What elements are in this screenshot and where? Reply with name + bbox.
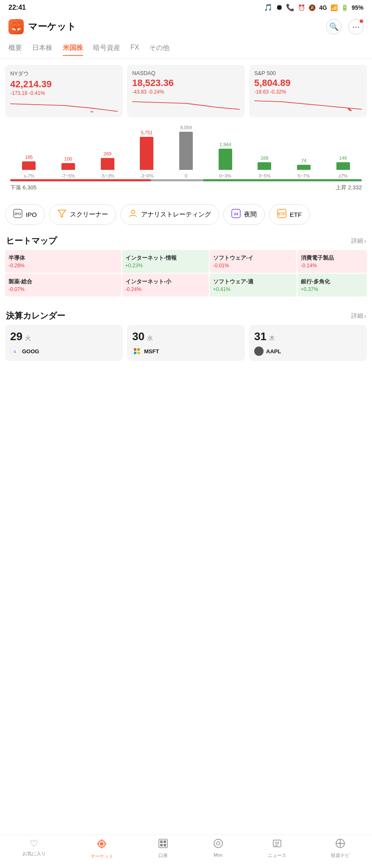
dist-bar-1 xyxy=(61,163,75,170)
cal-card-29[interactable]: 29 火 G GOOG xyxy=(5,325,123,361)
nav-invest-navi[interactable]: 投資ナビ xyxy=(331,838,350,860)
heatmap-detail-label: 詳細 xyxy=(351,237,363,245)
nav-favorites[interactable]: ♡ お気に入り xyxy=(22,838,46,860)
index-card-nasdaq[interactable]: NASDAQ 18,523.36 -43.83 -0.24% xyxy=(127,65,245,117)
cal-weekday-31: 木 xyxy=(269,335,275,342)
heatmap-cell-2[interactable]: ソフトウェア-イ -0.01% xyxy=(210,250,297,273)
tab-fx[interactable]: FX xyxy=(130,41,139,56)
heatmap-cell-6[interactable]: ソフトウェア-適 +0.41% xyxy=(210,274,297,297)
calendar-detail-button[interactable]: 詳細 › xyxy=(351,312,366,320)
cal-stock-name-goog: GOOG xyxy=(22,348,39,355)
svg-rect-28 xyxy=(164,844,166,846)
nav-account[interactable]: 口座 xyxy=(158,838,168,860)
dist-range-8: ≥7% xyxy=(339,173,348,178)
distribution-section: 185 ≤-7% 100 -7~5% 269 -5~3% xyxy=(0,123,372,197)
msft-icon xyxy=(132,347,142,356)
tab-jp-stocks[interactable]: 日本株 xyxy=(32,41,53,56)
nav-invest-navi-label: 投資ナビ xyxy=(331,852,350,859)
tab-other[interactable]: その他 xyxy=(149,41,169,56)
favorites-icon: ♡ xyxy=(30,838,38,849)
dist-bar-wrap-7 xyxy=(297,165,311,170)
nav-account-label: 口座 xyxy=(158,852,168,859)
svg-line-1 xyxy=(348,108,351,111)
index-card-dow[interactable]: NYダウ 42,214.39 -173.18 -0.41% xyxy=(5,65,123,117)
nav-moo[interactable]: Moo xyxy=(213,838,223,860)
heatmap-cell-3[interactable]: 消費電子製品 -0.14% xyxy=(297,250,367,273)
cal-card-30[interactable]: 30 水 MSFT xyxy=(127,325,245,361)
dist-bar-wrap-0 xyxy=(22,161,36,170)
dist-bar-wrap-2 xyxy=(101,158,114,170)
heatmap-title: ヒートマップ xyxy=(6,235,57,247)
cal-stock-aapl: AAPL xyxy=(254,347,362,356)
cal-date-29: 29 火 xyxy=(10,330,118,343)
ipo-button[interactable]: IPO IPO xyxy=(5,204,45,225)
aapl-icon xyxy=(254,347,264,356)
dist-bar-6 xyxy=(258,162,271,170)
card-name-nasdaq: NASDAQ xyxy=(132,70,240,76)
dist-col-2[interactable]: 269 -5~3% xyxy=(101,151,114,178)
dist-col-7[interactable]: 74 5~7% xyxy=(297,158,311,178)
calendar-cards: 29 火 G GOOG 30 水 xyxy=(0,325,372,366)
time: 22:41 xyxy=(8,4,26,11)
heatmap-cell-0[interactable]: 半導体 -0.28% xyxy=(5,250,121,273)
dist-label-2: 269 xyxy=(104,151,111,156)
battery-level: 95% xyxy=(352,4,364,11)
index-card-sp500[interactable]: S&P 500 5,804.89 -18.63 -0.32% xyxy=(249,65,367,117)
notification-icon: 🔕 xyxy=(308,4,316,11)
svg-text:24: 24 xyxy=(234,212,238,216)
dist-col-1[interactable]: 100 -7~5% xyxy=(61,156,75,178)
dist-bar-wrap-4 xyxy=(179,132,193,170)
dist-col-0[interactable]: 185 ≤-7% xyxy=(22,155,36,178)
card-change-nasdaq: -43.83 -0.24% xyxy=(132,89,240,95)
overnight-button[interactable]: 24 夜間 xyxy=(223,204,265,225)
account-icon xyxy=(158,838,168,851)
heatmap-detail-button[interactable]: 詳細 › xyxy=(351,237,366,245)
heatmap-cell-7[interactable]: 銀行-多角化 +0.37% xyxy=(297,274,367,297)
invest-navi-icon xyxy=(335,838,345,851)
search-button[interactable]: 🔍 xyxy=(326,19,341,34)
card-value-sp500: 5,804.89 xyxy=(254,78,362,88)
nav-news[interactable]: ニュース xyxy=(268,838,286,860)
dist-range-4: 0 xyxy=(185,173,187,178)
heatmap-cell-name-3: 消費電子製品 xyxy=(301,254,364,262)
nav-market-label: マーケット xyxy=(90,853,114,860)
heatmap-cell-1[interactable]: インターネット-情報 +0.23% xyxy=(122,250,209,273)
dist-label-1: 100 xyxy=(64,156,72,161)
etf-label: ETF xyxy=(290,211,302,218)
status-icons: 🎵 ⏺ 📞 ⏰ 🔕 4G 📶 🔋 95% xyxy=(264,3,364,11)
cal-stock-name-aapl: AAPL xyxy=(266,348,281,355)
heatmap-cell-name-1: インターネット-情報 xyxy=(125,254,205,262)
dist-col-5[interactable]: 1,944 0~3% xyxy=(219,142,232,178)
nav-market[interactable]: マーケット xyxy=(90,838,114,860)
svg-line-0 xyxy=(91,111,98,112)
moo-icon xyxy=(213,838,223,851)
heatmap-cell-4[interactable]: 製薬-総合 -0.07% xyxy=(5,274,121,297)
calendar-chevron-icon: › xyxy=(364,313,366,319)
mini-chart-dow xyxy=(10,100,118,112)
dist-col-8[interactable]: 146 ≥7% xyxy=(336,155,350,178)
etf-button[interactable]: ETF ETF xyxy=(269,204,310,225)
tab-crypto[interactable]: 暗号資産 xyxy=(93,41,120,56)
screener-button[interactable]: スクリーナー xyxy=(49,204,116,225)
svg-marker-4 xyxy=(58,210,66,217)
tab-overview[interactable]: 概要 xyxy=(8,41,22,56)
heatmap-cell-5[interactable]: インターネット-小 -0.24% xyxy=(122,274,209,297)
dist-col-4[interactable]: 8,059 0 xyxy=(179,125,193,178)
dist-range-5: 0~3% xyxy=(219,173,231,178)
more-button[interactable]: ⋯ xyxy=(348,19,364,34)
phone-icon: 📞 xyxy=(286,3,294,11)
dist-bar-wrap-3 xyxy=(140,137,153,170)
dist-col-6[interactable]: 168 3~5% xyxy=(258,155,271,178)
etf-icon: ETF xyxy=(277,209,286,220)
tab-us-stocks[interactable]: 米国株 xyxy=(63,41,83,56)
dist-bar-5 xyxy=(219,149,232,170)
dist-bar-wrap-5 xyxy=(219,149,232,170)
dist-label-5: 1,944 xyxy=(219,142,231,147)
down-count: 下落 6,305 xyxy=(10,184,36,191)
cal-card-31[interactable]: 31 木 AAPL xyxy=(249,325,367,361)
dist-col-3[interactable]: 5,751 -3~0% xyxy=(140,130,153,178)
distribution-chart: 185 ≤-7% 100 -7~5% 269 -5~3% xyxy=(5,128,367,178)
svg-point-5 xyxy=(131,210,135,214)
analyst-button[interactable]: アナリストレーティング xyxy=(120,204,219,225)
svg-rect-27 xyxy=(160,844,163,846)
